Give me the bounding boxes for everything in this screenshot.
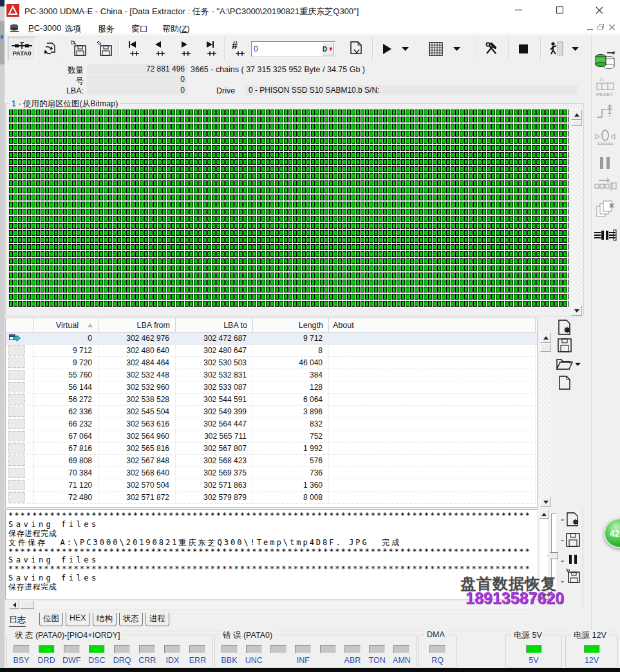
tab-日志[interactable]: 日志 <box>6 613 35 628</box>
table-row[interactable]: 56 272302 538 528302 544 5916 064 <box>6 394 537 406</box>
reset-button[interactable]: 1↓RESET <box>593 76 617 98</box>
exit-options-dropdown[interactable] <box>569 37 582 61</box>
cell-lba-to: 302 567 807 <box>176 443 253 455</box>
log-horizontal-scrollbar[interactable] <box>9 600 535 610</box>
log-panel[interactable]: ****************************************… <box>5 509 538 600</box>
table-row[interactable]: 55 760302 532 448302 532 831384 <box>6 369 537 381</box>
table-row[interactable]: 71 120302 570 504302 571 8631 360 <box>6 479 537 492</box>
log-save-as-button[interactable] <box>564 568 582 584</box>
motor-control-button[interactable] <box>593 126 617 148</box>
save-map-button[interactable] <box>554 337 576 354</box>
connector-icon <box>594 227 617 243</box>
table-row[interactable]: 9 712302 480 640302 480 6478 <box>6 345 537 357</box>
tab-位图[interactable]: 位图 <box>39 613 63 626</box>
tools-button[interactable] <box>479 37 503 61</box>
sector-bitmap-grid[interactable] <box>9 110 568 308</box>
new-map-button[interactable] <box>554 319 576 336</box>
menu-bar <box>5 20 620 34</box>
log-hscroll-thumb[interactable] <box>20 600 34 609</box>
save-icon <box>70 41 88 57</box>
table-row[interactable]: 67 816302 565 816302 567 8071 992 <box>6 443 537 455</box>
menu-item-帮助(Z)[interactable]: 帮助(Z) <box>162 23 190 35</box>
log-scroll-left-button[interactable] <box>10 600 19 609</box>
save-copy-button[interactable] <box>92 37 117 61</box>
minimize-button[interactable] <box>503 0 533 20</box>
floppy-arrow-icon <box>565 568 581 584</box>
goto-previous-button[interactable] <box>147 37 171 61</box>
pata0-port-button[interactable]: PATA0 <box>8 37 36 61</box>
table-scrollbar[interactable] <box>540 332 551 507</box>
open-map-dropdown[interactable] <box>575 360 581 369</box>
menu-item-选项[interactable]: 选项 <box>64 23 81 35</box>
table-row[interactable]: 62 336302 545 504302 549 3993 896 <box>6 406 537 418</box>
last-record-icon <box>202 40 219 58</box>
table-row[interactable]: 69 808302 567 848302 568 423576 <box>6 455 537 467</box>
port-connector-button[interactable] <box>593 224 617 246</box>
status-group-1: 错 误 (PATA0)BBKUNCINFABRTONAMN <box>214 635 417 667</box>
table-row[interactable]: 9 720302 484 464302 530 50346 040 <box>6 357 537 369</box>
menu-item-窗口[interactable]: 窗口 <box>131 23 148 35</box>
table-row[interactable]: 0302 462 976302 472 6879 712 <box>6 332 537 345</box>
table-scroll-thumb[interactable] <box>540 343 551 352</box>
column-header-length[interactable]: Length <box>253 318 329 332</box>
pata-connector-icon <box>11 42 33 50</box>
app-icon[interactable] <box>6 4 19 17</box>
goto-last-button[interactable] <box>198 37 223 61</box>
log-new-button[interactable] <box>564 511 582 528</box>
bitmap-scroll-thumb[interactable] <box>571 120 582 126</box>
menu-item-PC-3000[interactable]: PC-3000 <box>28 23 61 33</box>
goto-next-button[interactable] <box>173 37 197 61</box>
column-header-about[interactable]: About <box>329 318 536 332</box>
pause-utility-button[interactable] <box>593 152 617 174</box>
map-view-button[interactable] <box>424 37 448 61</box>
stop-button[interactable] <box>511 37 536 61</box>
page-icon <box>558 375 571 390</box>
start-button[interactable] <box>375 37 399 61</box>
chip-tools-button[interactable] <box>593 175 617 197</box>
decimal-toggle-button[interactable]: D▼ <box>322 43 334 55</box>
table-row[interactable]: 72 480302 571 872302 579 8798 008 <box>6 492 537 504</box>
blank-page-button[interactable] <box>554 374 576 391</box>
table-row[interactable]: 67 064302 564 960302 565 711752 <box>6 430 537 443</box>
column-header-virtual[interactable]: Virtual <box>34 318 99 332</box>
bitmap-scroll-down-button[interactable] <box>571 305 582 316</box>
table-row[interactable]: 66 232302 563 616302 564 447832 <box>6 418 537 430</box>
tab-HEX[interactable]: HEX <box>66 613 90 626</box>
export-report-button[interactable] <box>344 37 368 61</box>
log-scroll-up-button[interactable] <box>539 510 549 519</box>
tab-状态[interactable]: 状态 <box>119 613 143 626</box>
goto-number-button[interactable]: # <box>227 37 251 61</box>
cell-lba-to: 302 530 503 <box>176 357 253 369</box>
mdi-close-button[interactable] <box>606 23 617 32</box>
start-options-dropdown[interactable] <box>399 37 412 61</box>
table-row[interactable]: 70 384302 568 640302 569 375736 <box>6 467 537 479</box>
database-save-button[interactable] <box>593 50 617 72</box>
save-task-button[interactable] <box>66 37 91 61</box>
table-scroll-up-button[interactable] <box>540 332 551 343</box>
table-row[interactable]: 56 144302 532 960302 533 087128 <box>6 381 537 394</box>
menu-item-服务[interactable]: 服务 <box>98 23 115 35</box>
bitmap-scroll-up-button[interactable] <box>571 110 582 120</box>
task-document-icon[interactable] <box>9 23 21 33</box>
head-select-button[interactable] <box>593 102 617 124</box>
maximize-button[interactable] <box>545 0 574 20</box>
column-header-lba-to[interactable]: LBA to <box>176 318 253 332</box>
mdi-restore-button[interactable] <box>596 23 606 32</box>
cell-lba-to: 302 544 591 <box>176 394 253 406</box>
map-options-dropdown[interactable] <box>451 37 464 61</box>
close-button[interactable] <box>585 0 614 20</box>
refresh-task-button[interactable] <box>38 37 62 61</box>
cell-virtual: 62 336 <box>34 406 99 418</box>
table-scroll-down-button[interactable] <box>540 497 551 507</box>
goto-first-button[interactable] <box>121 37 146 61</box>
column-header-lba-from[interactable]: LBA from <box>99 318 176 332</box>
log-pause-button[interactable] <box>564 551 582 568</box>
log-save-button[interactable] <box>564 532 582 548</box>
copy-cancel-button[interactable] <box>593 200 617 222</box>
tab-结构[interactable]: 结构 <box>93 613 117 626</box>
mdi-minimize-button[interactable] <box>585 23 595 32</box>
tab-进程[interactable]: 进程 <box>146 613 169 626</box>
bitmap-scrollbar[interactable] <box>571 110 582 316</box>
open-map-button[interactable] <box>554 355 576 372</box>
exit-button[interactable] <box>544 37 568 61</box>
